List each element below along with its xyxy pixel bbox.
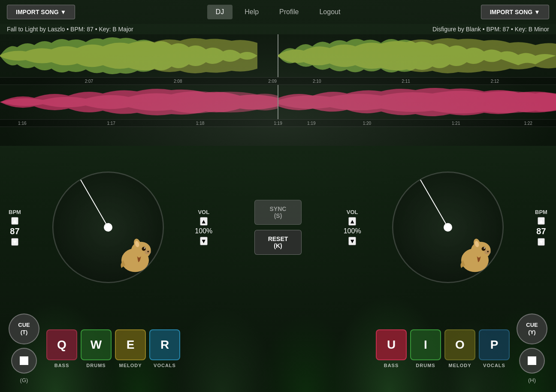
left-vol-up-button[interactable]: ▲	[200, 217, 208, 226]
left-stop-button[interactable]	[11, 348, 37, 374]
key-w-label: DRUMS	[81, 363, 112, 368]
right-bpm-label: BPM	[535, 209, 547, 215]
left-vol-down-button[interactable]: ▼	[200, 237, 208, 245]
svg-point-12	[484, 247, 485, 248]
time-212: 2:12	[491, 79, 499, 84]
svg-point-4	[144, 247, 145, 248]
right-deer-mascot	[451, 231, 499, 278]
key-w-button[interactable]: W	[81, 329, 112, 360]
left-vol-value: 100%	[195, 227, 212, 235]
left-keys-group: Q W E R BASS DRUMS MELODY VOCALS	[46, 329, 180, 368]
key-r-label: VOCALS	[149, 363, 180, 368]
time-208: 2:08	[174, 79, 182, 84]
left-key-labels: BASS DRUMS MELODY VOCALS	[46, 363, 180, 368]
left-vol-control: VOL ▲ 100% ▼	[195, 209, 212, 245]
key-q-button[interactable]: Q	[46, 329, 77, 360]
left-stop-icon	[20, 356, 28, 365]
left-vol-label: VOL	[198, 209, 209, 215]
left-bpm-label: BPM	[9, 209, 21, 215]
turntable-center	[104, 223, 112, 232]
right-key-labels: BASS DRUMS MELODY VOCALS	[376, 363, 510, 368]
time-119-left: 1:19	[274, 121, 282, 126]
time-117: 1:17	[107, 121, 115, 126]
time-211: 2:11	[402, 79, 410, 84]
svg-point-11	[482, 247, 486, 250]
import-song-right-button[interactable]: IMPORT SONG ▼	[481, 5, 549, 19]
svg-point-14	[487, 250, 489, 252]
right-keys-group: U I O P BASS DRUMS MELODY VOCALS	[376, 329, 510, 368]
reset-button[interactable]: RESET(K)	[254, 230, 302, 255]
waveform-bottom	[0, 85, 556, 119]
right-vol-up-button[interactable]: ▲	[348, 217, 356, 226]
tab-logout[interactable]: Logout	[311, 5, 349, 19]
waveform-right-half[interactable]	[278, 85, 556, 119]
waveform-left-half[interactable]	[0, 85, 278, 119]
dj-controls: BPM ▲ 87 ▼	[0, 146, 556, 308]
time-markers-top: 2:07 2:08 2:09 2:10 2:11 2:12	[0, 77, 556, 85]
tab-profile[interactable]: Profile	[271, 5, 307, 19]
key-o-button[interactable]: O	[444, 329, 475, 360]
time-210: 2:10	[313, 79, 321, 84]
left-bpm-value: 87	[10, 226, 19, 236]
left-turntable[interactable]	[52, 172, 164, 283]
left-bpm-control: BPM ▲ 87 ▼	[9, 209, 21, 246]
right-vol-value: 100%	[344, 227, 361, 235]
right-keys-row: U I O P	[376, 329, 510, 360]
right-stop-button[interactable]	[519, 348, 545, 374]
right-vol-down-button[interactable]: ▼	[348, 237, 356, 245]
waveform-area: 2:07 2:08 2:09 2:10 2:11 2:12	[0, 34, 556, 146]
key-p-label: VOCALS	[479, 363, 510, 368]
right-bpm-control: BPM ▲ 87 ▼	[535, 209, 547, 246]
bottom-controls: CUE (T) (G) Q W E R BASS DRUMS M	[0, 308, 556, 392]
time-207: 2:07	[85, 79, 93, 84]
right-bpm-value: 87	[536, 226, 546, 236]
key-r-button[interactable]: R	[149, 329, 180, 360]
nav-tabs: DJ Help Profile Logout	[207, 5, 349, 19]
right-bpm-down-button[interactable]: ▼	[538, 238, 545, 246]
time-122: 1:22	[524, 121, 532, 126]
song-info-bar: Fall to Light by Laszlo • BPM: 87 • Key:…	[0, 24, 556, 34]
time-118: 1:18	[196, 121, 204, 126]
time-121: 1:21	[452, 121, 460, 126]
key-e-label: MELODY	[115, 363, 146, 368]
svg-point-3	[142, 247, 145, 250]
key-o-label: MELODY	[444, 363, 475, 368]
key-q-label: BASS	[46, 363, 77, 368]
right-stop-key: (H)	[528, 377, 536, 383]
left-keys-row: Q W E R	[46, 329, 180, 360]
tab-dj[interactable]: DJ	[207, 5, 233, 19]
header: IMPORT SONG ▼ DJ Help Profile Logout IMP…	[0, 0, 556, 24]
right-stop-icon	[528, 356, 536, 365]
time-209: 2:09	[268, 79, 276, 84]
center-controls: SYNC(S) RESET(K)	[244, 200, 312, 255]
right-vol-label: VOL	[347, 209, 358, 215]
key-p-button[interactable]: P	[479, 329, 510, 360]
time-119-right: 1:19	[307, 121, 315, 126]
time-markers-bottom: 1:16 1:17 1:18 1:19 1:19 1:20 1:21 1:22	[0, 119, 556, 127]
waveform-top[interactable]	[0, 34, 556, 77]
left-bpm-down-button[interactable]: ▼	[11, 238, 19, 246]
right-bpm-up-button[interactable]: ▲	[538, 217, 545, 225]
import-song-left-button[interactable]: IMPORT SONG ▼	[7, 5, 75, 19]
right-vol-control: VOL ▲ 100% ▼	[344, 209, 361, 245]
right-cue-button[interactable]: CUE (Y)	[517, 314, 547, 344]
left-stop-key: (G)	[20, 377, 28, 383]
left-song-info: Fall to Light by Laszlo • BPM: 87 • Key:…	[7, 26, 133, 33]
right-turntable[interactable]	[392, 172, 504, 283]
left-bpm-up-button[interactable]: ▲	[11, 217, 19, 225]
left-deer-mascot	[112, 231, 159, 278]
tab-help[interactable]: Help	[236, 5, 267, 19]
left-cue-button[interactable]: CUE (T)	[9, 314, 39, 344]
key-i-button[interactable]: I	[410, 329, 441, 360]
key-i-label: DRUMS	[410, 363, 441, 368]
key-e-button[interactable]: E	[115, 329, 146, 360]
key-u-button[interactable]: U	[376, 329, 407, 360]
right-song-info: Disfigure by Blank • BPM: 87 • Key: B Mi…	[432, 26, 549, 33]
key-u-label: BASS	[376, 363, 407, 368]
time-120: 1:20	[363, 121, 371, 126]
svg-point-6	[147, 250, 149, 252]
sync-button[interactable]: SYNC(S)	[254, 200, 302, 225]
right-turntable-center	[444, 223, 452, 232]
time-116: 1:16	[18, 121, 26, 126]
